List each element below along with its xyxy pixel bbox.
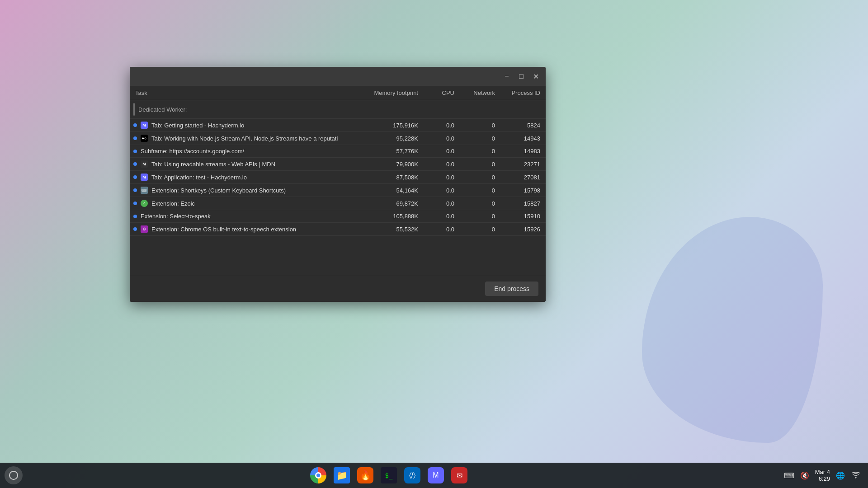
active-dot	[133, 175, 137, 179]
task-cell: M Tab: Application: test - Hachyderm.io	[130, 171, 360, 183]
network-cell: 0	[460, 223, 500, 235]
task-name: Extension: Chrome OS built-in text-to-sp…	[151, 226, 296, 233]
wifi-icon[interactable]	[851, 470, 861, 480]
email-app[interactable]: ✉	[449, 465, 469, 485]
table-row[interactable]: ●○ Tab: Working with Node.js Stream API.…	[130, 132, 546, 145]
end-process-button[interactable]: End process	[485, 282, 538, 296]
network-cell: 0	[460, 210, 500, 222]
app3-icon: 🔥	[357, 467, 373, 483]
task-cell: M Tab: Getting started - Hachyderm.io	[130, 119, 360, 131]
date-display: Mar 4	[815, 469, 830, 475]
table-row[interactable]: ⌨ Extension: Shortkeys (Custom Keyboard …	[130, 184, 546, 197]
cpu-cell: 0.0	[424, 158, 460, 170]
minimize-button[interactable]: −	[500, 70, 513, 83]
files-icon: 📁	[334, 467, 350, 483]
pid-cell: 15910	[500, 210, 546, 222]
cpu-cell: 0.0	[424, 197, 460, 210]
launcher-button[interactable]	[5, 466, 23, 484]
taskbar-apps: 📁 🔥 $_ 〈/〉 M ✉	[27, 465, 750, 485]
dedicated-worker-section: Dedicated Worker:	[130, 100, 546, 119]
cpu-cell: 0.0	[424, 119, 460, 131]
active-dot	[133, 202, 137, 205]
pid-cell: 27081	[500, 171, 546, 183]
active-dot	[133, 150, 137, 153]
column-cpu[interactable]: CPU	[424, 86, 460, 100]
cpu-cell: 0.0	[424, 171, 460, 183]
table-row[interactable]: M Tab: Getting started - Hachyderm.io 17…	[130, 119, 546, 132]
cpu-cell: 0.0	[424, 132, 460, 145]
task-name: Extension: Select-to-speak	[141, 213, 211, 220]
cpu-cell: 0.0	[424, 210, 460, 222]
volume-icon[interactable]: 🔇	[800, 470, 810, 480]
task-cell: Subframe: https://accounts.google.com/	[130, 145, 360, 157]
network-cell: 0	[460, 132, 500, 145]
network-cell: 0	[460, 184, 500, 197]
time-date[interactable]: Mar 4 6:29	[815, 469, 830, 482]
column-task[interactable]: Task	[130, 86, 360, 100]
taskbar: 📁 🔥 $_ 〈/〉 M ✉ ⌨ 🔇 Mar 4 6:29	[0, 463, 868, 488]
table-row[interactable]: ⚙ Extension: Chrome OS built-in text-to-…	[130, 223, 546, 236]
app3-app[interactable]: 🔥	[355, 465, 375, 485]
pid-cell: 15827	[500, 197, 546, 210]
memory-cell: 57,776K	[360, 145, 424, 157]
cpu-cell: 0.0	[424, 223, 460, 235]
column-pid[interactable]: Process ID	[500, 86, 546, 100]
window-titlebar: − □ ✕	[130, 67, 546, 86]
task-cell: ⚙ Extension: Chrome OS built-in text-to-…	[130, 223, 360, 235]
pid-cell: 15926	[500, 223, 546, 235]
chrome-app[interactable]	[308, 465, 328, 485]
task-table[interactable]: Task Memory footprint CPU Network Proces…	[130, 86, 546, 275]
memory-cell: 55,532K	[360, 223, 424, 235]
memory-cell: 79,900K	[360, 158, 424, 170]
column-memory[interactable]: Memory footprint	[360, 86, 424, 100]
network-cell: 0	[460, 119, 500, 131]
close-button[interactable]: ✕	[529, 70, 542, 83]
memory-cell: 69,872K	[360, 197, 424, 210]
medium-icon: ●○	[141, 135, 148, 142]
active-dot	[133, 188, 137, 192]
mastodon-app[interactable]: M	[426, 465, 446, 485]
maximize-button[interactable]: □	[515, 70, 528, 83]
pid-cell: 15798	[500, 184, 546, 197]
task-name: Extension: Ezoic	[151, 200, 195, 207]
vscode-icon: 〈/〉	[404, 467, 420, 483]
task-cell: ⌨ Extension: Shortkeys (Custom Keyboard …	[130, 184, 360, 197]
files-app[interactable]: 📁	[332, 465, 352, 485]
task-cell: M Tab: Using readable streams - Web APIs…	[130, 158, 360, 170]
active-dot	[133, 162, 137, 166]
memory-cell: 175,916K	[360, 119, 424, 131]
column-network[interactable]: Network	[460, 86, 500, 100]
table-row[interactable]: ✓ Extension: Ezoic 69,872K 0.0 0 15827	[130, 197, 546, 210]
ezoic-icon: ✓	[141, 200, 148, 207]
chrome-icon	[310, 467, 326, 483]
table-row[interactable]: M Tab: Using readable streams - Web APIs…	[130, 158, 546, 171]
mastodon-taskbar-icon: M	[428, 467, 444, 483]
window-footer: End process	[130, 275, 546, 302]
pid-cell: 23271	[500, 158, 546, 170]
memory-cell: 105,888K	[360, 210, 424, 222]
task-name: Tab: Working with Node.js Stream API. No…	[151, 135, 338, 142]
taskbar-left	[0, 466, 27, 484]
vscode-app[interactable]: 〈/〉	[402, 465, 422, 485]
email-icon: ✉	[451, 467, 467, 483]
network-cell: 0	[460, 145, 500, 157]
internet-icon[interactable]: 🌐	[835, 470, 845, 480]
keyboard-icon[interactable]: ⌨	[784, 470, 794, 480]
table-header: Task Memory footprint CPU Network Proces…	[130, 86, 546, 100]
mastodon-icon: M	[141, 174, 148, 181]
taskbar-status: ⌨ 🔇 Mar 4 6:29 🌐	[750, 469, 868, 482]
tts-icon: ⚙	[141, 225, 148, 233]
table-row[interactable]: Extension: Select-to-speak 105,888K 0.0 …	[130, 210, 546, 223]
task-name: Subframe: https://accounts.google.com/	[141, 148, 244, 155]
window-content: Task Memory footprint CPU Network Proces…	[130, 86, 546, 302]
table-row[interactable]: M Tab: Application: test - Hachyderm.io …	[130, 171, 546, 184]
dedicated-worker-label: Dedicated Worker:	[138, 106, 187, 113]
active-dot	[133, 123, 137, 127]
pid-cell: 5824	[500, 119, 546, 131]
table-row[interactable]: Subframe: https://accounts.google.com/ 5…	[130, 145, 546, 158]
terminal-app[interactable]: $_	[379, 465, 399, 485]
network-cell: 0	[460, 171, 500, 183]
task-cell: ●○ Tab: Working with Node.js Stream API.…	[130, 132, 360, 145]
active-dot	[133, 136, 137, 140]
time-display: 6:29	[815, 475, 830, 482]
